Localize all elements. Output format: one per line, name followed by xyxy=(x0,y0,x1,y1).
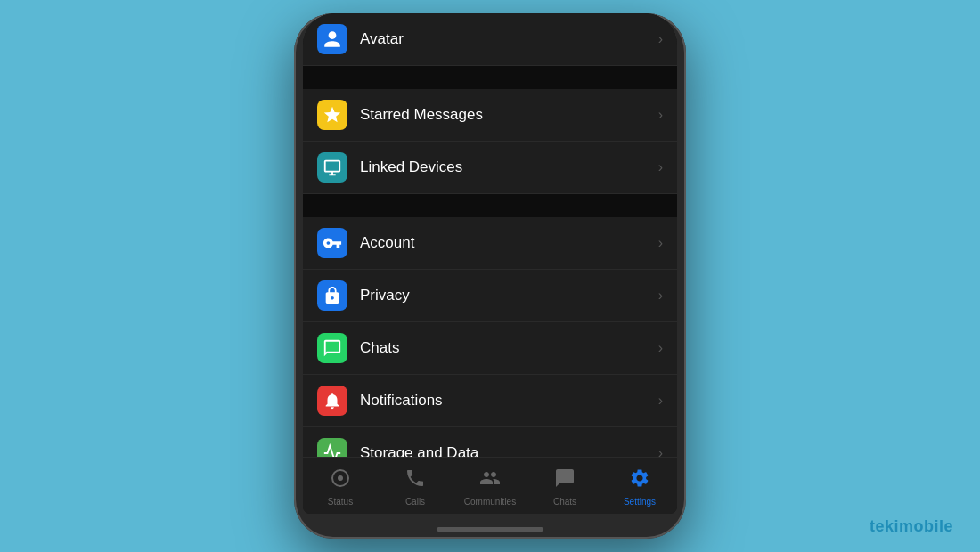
communities-icon xyxy=(479,467,501,494)
calls-icon xyxy=(404,467,426,494)
nav-calls[interactable]: Calls xyxy=(378,462,453,507)
notifications-chevron: › xyxy=(658,393,663,409)
brand-name: tekimobile xyxy=(870,517,953,535)
linked-chevron: › xyxy=(658,159,663,175)
account-icon xyxy=(317,228,347,258)
linked-label: Linked Devices xyxy=(360,158,651,176)
list-item-avatar[interactable]: Avatar › xyxy=(303,13,677,66)
screen-content: Avatar › Starred Messages › xyxy=(303,13,677,514)
chats-icon xyxy=(317,333,347,363)
notifications-icon xyxy=(317,386,347,416)
list-item-storage[interactable]: Storage and Data › xyxy=(303,427,677,457)
phone-home-indicator xyxy=(437,527,543,532)
privacy-label: Privacy xyxy=(360,287,651,304)
starred-icon xyxy=(317,100,347,130)
list-item-account[interactable]: Account › xyxy=(303,217,677,270)
account-label: Account xyxy=(360,234,651,252)
phone-frame: Avatar › Starred Messages › xyxy=(294,13,686,539)
storage-label: Storage and Data xyxy=(360,444,651,457)
settings-list: Avatar › Starred Messages › xyxy=(303,13,677,457)
storage-icon xyxy=(317,438,347,457)
nav-status[interactable]: Status xyxy=(303,462,378,507)
chats-chevron: › xyxy=(658,340,663,356)
settings-nav-label: Settings xyxy=(624,497,656,507)
svg-point-1 xyxy=(338,475,343,481)
status-icon xyxy=(330,467,351,494)
avatar-label: Avatar xyxy=(360,30,651,48)
status-nav-label: Status xyxy=(328,497,353,507)
nav-communities[interactable]: Communities xyxy=(453,462,527,507)
starred-label: Starred Messages xyxy=(360,106,651,124)
privacy-icon xyxy=(317,280,347,311)
phone-screen: Avatar › Starred Messages › xyxy=(303,13,677,514)
privacy-chevron: › xyxy=(658,288,663,304)
chats-label: Chats xyxy=(360,339,651,357)
divider-2 xyxy=(303,194,677,217)
phone-wrapper: Avatar › Starred Messages › xyxy=(285,9,695,543)
list-item-privacy[interactable]: Privacy › xyxy=(303,270,677,322)
nav-settings[interactable]: Settings xyxy=(602,462,677,507)
chats-nav-label: Chats xyxy=(553,497,576,507)
avatar-icon xyxy=(317,24,347,54)
list-item-starred[interactable]: Starred Messages › xyxy=(303,89,677,142)
starred-chevron: › xyxy=(658,107,663,123)
nav-chats[interactable]: Chats xyxy=(527,462,602,507)
notifications-label: Notifications xyxy=(360,392,651,410)
account-chevron: › xyxy=(658,235,663,251)
bottom-nav: Status Calls xyxy=(303,457,677,514)
chats-nav-icon xyxy=(554,467,576,494)
list-item-notifications[interactable]: Notifications › xyxy=(303,375,677,427)
watermark: tekimobile xyxy=(870,517,953,536)
storage-chevron: › xyxy=(658,445,663,457)
avatar-chevron: › xyxy=(658,31,663,47)
divider-1 xyxy=(303,66,677,89)
calls-nav-label: Calls xyxy=(405,497,425,507)
linked-icon xyxy=(317,152,347,183)
communities-nav-label: Communities xyxy=(464,497,516,507)
settings-icon xyxy=(629,467,650,494)
list-item-linked[interactable]: Linked Devices › xyxy=(303,142,677,194)
list-item-chats[interactable]: Chats › xyxy=(303,322,677,375)
